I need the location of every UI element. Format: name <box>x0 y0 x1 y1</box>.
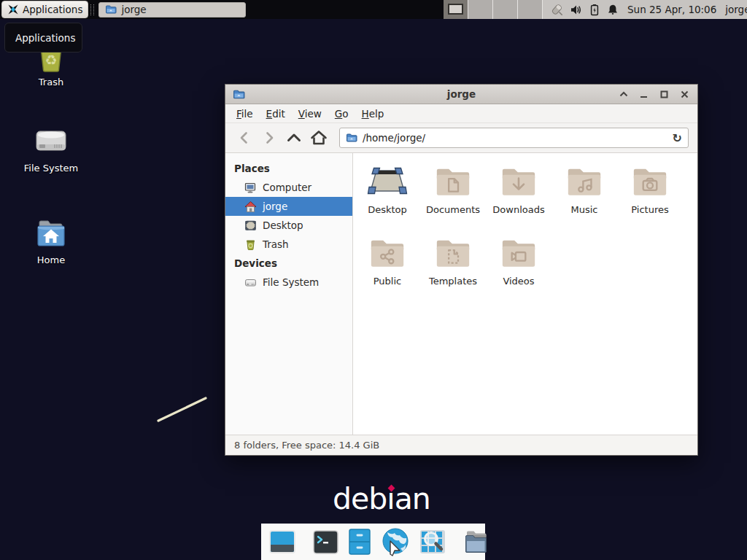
file-item-templates[interactable]: Templates <box>420 232 486 303</box>
desktop-folder-icon <box>364 160 411 201</box>
file-item-downloads[interactable]: Downloads <box>486 160 551 232</box>
sidebar-item-label: Computer <box>263 182 311 193</box>
sidebar: Places Computer <box>225 153 353 435</box>
sidebar-item-label: File System <box>263 276 319 288</box>
applications-menu-button[interactable]: Applications <box>1 1 88 18</box>
music-folder-icon <box>563 160 605 201</box>
panel-clock[interactable]: Sun 25 Apr, 10:06 <box>627 4 716 15</box>
sidebar-item-desktop[interactable]: Desktop <box>225 216 352 235</box>
file-item-music[interactable]: Music <box>551 160 617 232</box>
file-item-videos[interactable]: Videos <box>486 232 551 303</box>
menu-go[interactable]: Go <box>328 105 355 122</box>
menu-edit[interactable]: Edit <box>260 105 292 122</box>
sidebar-item-label: jorge <box>263 201 287 212</box>
menu-view[interactable]: View <box>292 105 328 122</box>
shade-button[interactable] <box>618 89 629 100</box>
debian-logo-text: an <box>395 481 430 516</box>
volume-icon[interactable] <box>570 4 582 16</box>
taskbar-window-button[interactable]: jorge <box>98 2 246 18</box>
window-body: Places Computer <box>225 153 697 435</box>
statusbar: 8 folders, Free space: 14.4 GiB <box>225 435 697 455</box>
panel-grip-handle[interactable] <box>90 4 94 15</box>
panel-status-area: Sun 25 Apr, 10:06 jorge <box>444 0 747 19</box>
debian-logo-text: deb <box>333 481 387 516</box>
home-folder-icon <box>33 216 69 251</box>
top-panel: Applications jorge <box>0 0 747 19</box>
public-folder-icon <box>366 232 409 273</box>
file-item-label: Downloads <box>492 204 544 215</box>
minimize-button[interactable] <box>638 89 649 100</box>
application-finder-icon[interactable] <box>419 528 446 556</box>
file-item-desktop[interactable]: Desktop <box>355 160 420 232</box>
menu-help[interactable]: Help <box>355 105 391 122</box>
downloads-folder-icon <box>498 160 540 201</box>
desktop-icon-label: File System <box>24 163 78 174</box>
trash-icon <box>244 238 257 251</box>
file-item-label: Music <box>571 204 598 215</box>
debian-logo: debıan <box>333 481 430 516</box>
sidebar-item-computer[interactable]: Computer <box>225 178 352 197</box>
debian-logo-i: ı <box>387 481 394 516</box>
panel-username[interactable]: jorge <box>725 4 747 15</box>
window-controls <box>618 89 690 100</box>
file-item-label: Videos <box>503 276 534 287</box>
documents-folder-icon <box>432 160 474 201</box>
system-tray <box>550 3 619 16</box>
path-folder-icon <box>346 132 357 144</box>
statusbar-text: 8 folders, Free space: 14.4 GiB <box>234 440 379 451</box>
file-cabinet-icon[interactable] <box>347 528 372 556</box>
file-item-documents[interactable]: Documents <box>420 160 486 232</box>
desktop-icon-file-system[interactable]: File System <box>16 124 86 174</box>
terminal-icon[interactable] <box>312 529 339 556</box>
dock <box>261 524 485 560</box>
location-bar[interactable]: /home/jorge/ ↻ <box>339 128 689 148</box>
workspace-window-thumb <box>448 4 463 15</box>
tooltip-text: Applications <box>15 32 75 44</box>
up-button[interactable] <box>284 128 304 148</box>
file-item-pictures[interactable]: Pictures <box>617 160 683 232</box>
back-button[interactable] <box>234 128 255 148</box>
file-item-label: Pictures <box>631 204 668 215</box>
folder-icon <box>105 4 117 15</box>
file-icon-view[interactable]: Desktop Documents <box>353 153 697 435</box>
sidebar-item-jorge[interactable]: jorge <box>225 197 352 216</box>
sidebar-header-devices: Devices <box>225 254 352 273</box>
workspace-switcher[interactable] <box>444 0 543 19</box>
location-input[interactable]: /home/jorge/ <box>363 132 667 144</box>
close-button[interactable] <box>679 89 690 100</box>
applications-tooltip: Applications <box>4 23 82 52</box>
battery-charging-icon[interactable] <box>589 4 600 16</box>
workspace-3[interactable] <box>493 0 518 19</box>
sidebar-item-label: Trash <box>263 238 289 250</box>
workspace-1[interactable] <box>444 0 468 19</box>
forward-button[interactable] <box>259 128 279 148</box>
maximize-button[interactable] <box>659 89 670 100</box>
taskbar-window-label: jorge <box>121 4 146 15</box>
reload-icon[interactable]: ↻ <box>673 131 682 145</box>
home-icon <box>244 201 257 213</box>
sidebar-item-trash[interactable]: Trash <box>225 235 352 254</box>
file-item-label: Documents <box>426 204 480 215</box>
menubar: File Edit View Go Help <box>225 104 697 123</box>
hard-drive-icon <box>244 276 257 289</box>
file-manager-icon[interactable] <box>462 528 492 556</box>
workspace-4[interactable] <box>518 0 543 19</box>
home-button[interactable] <box>309 128 329 148</box>
file-item-label: Public <box>374 276 401 287</box>
file-item-public[interactable]: Public <box>355 232 420 303</box>
svg-text:♻: ♻ <box>44 52 57 68</box>
web-browser-icon[interactable] <box>380 526 411 557</box>
notification-bell-icon[interactable] <box>607 4 619 16</box>
computer-icon <box>244 182 257 194</box>
mouse-device-icon[interactable] <box>550 3 563 16</box>
desktop-icon <box>244 219 257 232</box>
sidebar-item-file-system[interactable]: File System <box>225 273 352 292</box>
desktop-icon-home[interactable]: Home <box>16 216 86 265</box>
titlebar[interactable]: jorge <box>225 85 697 104</box>
desktop-icon-label: Trash <box>39 77 63 88</box>
workspace-2[interactable] <box>468 0 493 19</box>
show-desktop-icon[interactable] <box>268 528 296 556</box>
menu-file[interactable]: File <box>230 105 260 122</box>
stylus-line <box>153 392 213 426</box>
xfce-applications-icon <box>7 4 19 15</box>
